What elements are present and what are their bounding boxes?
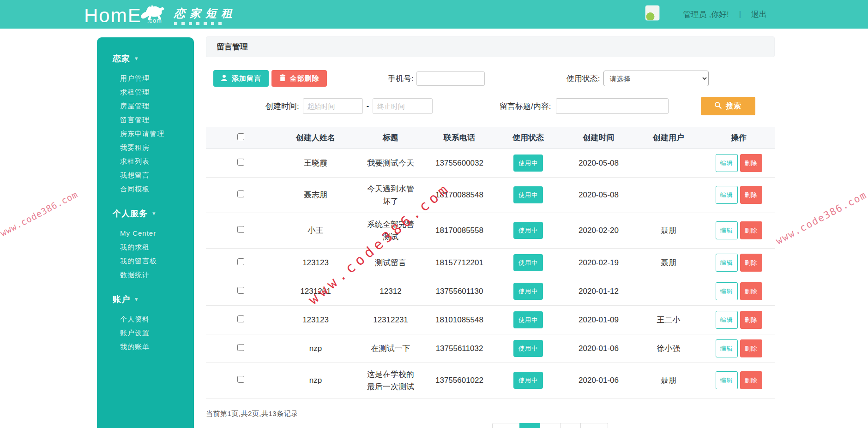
filter-row-1: 添加留言 全部删除 手机号: 使用状态: 请选择 (213, 69, 775, 88)
edit-button[interactable]: 编辑 (716, 339, 738, 357)
avatar[interactable] (645, 6, 659, 20)
cell-status: 使用中 (494, 213, 563, 248)
cell-title: 12312 (356, 277, 425, 305)
edit-button[interactable]: 编辑 (716, 221, 738, 239)
table-row: 123123测试留言18157712201使用中2020-02-19聂朋编辑删除 (206, 248, 775, 277)
sidebar-section-label: 个人服务 (113, 209, 148, 218)
logo-chinese: 恋家短租 (174, 6, 237, 25)
delete-button[interactable]: 删除 (740, 186, 762, 204)
edit-button[interactable]: 编辑 (716, 154, 738, 172)
edit-button[interactable]: 编辑 (716, 186, 738, 204)
page-button[interactable]: 首页 (492, 423, 520, 428)
delete-button[interactable]: 删除 (740, 371, 762, 389)
cell-actions: 编辑删除 (703, 177, 775, 213)
messages-table: 创建人姓名标题联系电话使用状态创建时间创建用户操作 王晓霞我要测试今天13755… (206, 127, 775, 398)
status-badge: 使用中 (513, 372, 543, 389)
sidebar-item[interactable]: 数据统计 (97, 268, 194, 282)
delete-button[interactable]: 删除 (740, 221, 762, 239)
cell-phone: 18170088548 (425, 177, 494, 213)
cell-status: 使用中 (494, 334, 563, 363)
sidebar-item[interactable]: 房东申请管理 (97, 127, 194, 141)
topbar-divider: | (739, 10, 741, 18)
logo-text: HomE (84, 6, 142, 25)
edit-button[interactable]: 编辑 (716, 254, 738, 272)
row-checkbox[interactable] (237, 159, 244, 166)
cell-actions: 编辑删除 (703, 277, 775, 305)
sidebar-item[interactable]: 个人资料 (97, 312, 194, 326)
table-row: nzp这是在学校的最后一次测试13755601022使用中2020-01-06聂… (206, 363, 775, 398)
page-button[interactable]: 末页 (580, 423, 608, 428)
phone-input[interactable] (416, 71, 485, 86)
row-checkbox[interactable] (237, 258, 244, 265)
row-checkbox-cell (206, 334, 275, 363)
delete-button[interactable]: 删除 (740, 311, 762, 329)
row-checkbox[interactable] (237, 287, 244, 294)
edit-button[interactable]: 编辑 (716, 371, 738, 389)
cell-creator (634, 177, 703, 213)
delete-button[interactable]: 删除 (740, 282, 762, 300)
row-checkbox[interactable] (237, 344, 244, 351)
column-header: 联系电话 (425, 127, 494, 149)
filter-row-2: 创建时间: - 留言标题/内容: 搜索 (206, 97, 775, 115)
keyword-input[interactable] (556, 98, 669, 114)
sidebar-item[interactable]: 账户设置 (97, 326, 194, 340)
page-button[interactable]: 2 (540, 423, 561, 428)
sidebar-item[interactable]: 我的求租 (97, 240, 194, 254)
table-row: 小王系统全部完善测试18170085558使用中2020-02-20聂朋编辑删除 (206, 213, 775, 248)
delete-button[interactable]: 删除 (740, 254, 762, 272)
table-head-row: 创建人姓名标题联系电话使用状态创建时间创建用户操作 (206, 127, 775, 149)
sidebar-item[interactable]: 合同模板 (97, 182, 194, 196)
logo[interactable]: HomE .com 恋家短租 (84, 0, 237, 29)
header-checkbox-cell (206, 127, 275, 149)
column-header: 操作 (703, 127, 775, 149)
cell-created: 2020-01-09 (563, 305, 634, 334)
row-checkbox[interactable] (237, 376, 244, 383)
row-checkbox[interactable] (237, 190, 244, 197)
delete-button[interactable]: 删除 (740, 339, 762, 357)
start-date-input[interactable] (303, 98, 363, 114)
delete-all-button[interactable]: 全部删除 (271, 70, 327, 87)
cell-name: 1231231 (275, 277, 356, 305)
page-button[interactable]: » (560, 423, 581, 428)
sidebar-item[interactable]: 我的账单 (97, 340, 194, 354)
created-time-label: 创建时间: (265, 101, 299, 112)
cell-status: 使用中 (494, 248, 563, 277)
delete-button[interactable]: 删除 (740, 154, 762, 172)
sidebar-section-toggle[interactable]: 账户▾ (97, 294, 194, 305)
cell-name: 聂志朋 (275, 177, 356, 213)
add-message-button[interactable]: 添加留言 (213, 70, 269, 87)
main-content: 留言管理 添加留言 全部删除 手机号: 使用状态: (206, 36, 775, 428)
cell-phone: 13755601022 (425, 363, 494, 398)
cell-title: 系统全部完善测试 (356, 213, 425, 248)
cell-title: 在测试一下 (356, 334, 425, 363)
row-checkbox[interactable] (237, 315, 244, 322)
column-header: 创建人姓名 (275, 127, 356, 149)
sidebar-item[interactable]: 留言管理 (97, 113, 194, 127)
sidebar-item[interactable]: 求租列表 (97, 155, 194, 168)
sidebar-item[interactable]: 用户管理 (97, 71, 194, 85)
logout-link[interactable]: 退出 (751, 9, 767, 20)
select-all-checkbox[interactable] (237, 133, 244, 140)
status-label: 使用状态: (567, 73, 600, 84)
row-checkbox-cell (206, 305, 275, 334)
search-button[interactable]: 搜索 (701, 97, 755, 115)
sidebar-item[interactable]: 我的留言板 (97, 254, 194, 268)
sidebar-item[interactable]: 房屋管理 (97, 99, 194, 113)
phone-label: 手机号: (388, 73, 414, 84)
sidebar-item[interactable]: 我要租房 (97, 141, 194, 155)
cell-created: 2020-01-06 (563, 334, 634, 363)
status-select[interactable]: 请选择 (603, 71, 709, 86)
column-header: 使用状态 (494, 127, 563, 149)
sidebar-section-toggle[interactable]: 个人服务▾ (97, 208, 194, 219)
edit-button[interactable]: 编辑 (716, 311, 738, 329)
end-date-input[interactable] (373, 98, 433, 114)
sidebar-item[interactable]: My Center (97, 226, 194, 240)
pagination: 首页12»末页 (492, 423, 608, 428)
sidebar-item[interactable]: 求租管理 (97, 85, 194, 99)
edit-button[interactable]: 编辑 (716, 282, 738, 300)
sidebar-section-toggle[interactable]: 恋家▾ (97, 53, 194, 64)
row-checkbox[interactable] (237, 226, 244, 233)
page-button[interactable]: 1 (519, 423, 540, 428)
sidebar-item[interactable]: 我想留言 (97, 168, 194, 182)
sidebar-nav: 恋家▾用户管理求租管理房屋管理留言管理房东申请管理我要租房求租列表我想留言合同模… (97, 53, 194, 354)
